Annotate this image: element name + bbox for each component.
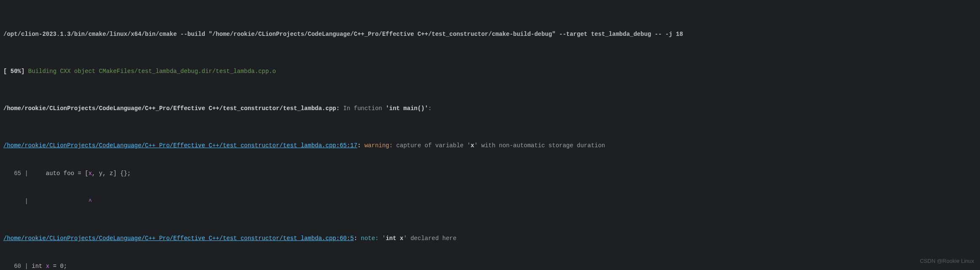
note1-path-link[interactable]: /home/rookie/CLionProjects/CodeLanguage/… [3, 235, 354, 242]
cmake-command-line: /opt/clion-2023.1.3/bin/cmake/linux/x64/… [3, 30, 977, 39]
warning1-path-link[interactable]: /home/rookie/CLionProjects/CodeLanguage/… [3, 142, 357, 149]
warning1-gutter: | [21, 170, 46, 177]
in-function-text: In function [340, 105, 386, 112]
building-text: Building CXX object CMakeFiles/test_lamb… [24, 68, 276, 75]
warning1-text2: ' with non-automatic storage duration [474, 142, 605, 149]
progress-50: [ 50%] [3, 68, 24, 75]
build-console: /opt/clion-2023.1.3/bin/cmake/linux/x64/… [3, 2, 977, 270]
progress-50-line: [ 50%] Building CXX object CMakeFiles/te… [3, 67, 977, 76]
warning1-code2: , y, z] {}; [92, 170, 131, 177]
note1-text1: ' [379, 235, 386, 242]
note1-code-line: 60 | int x = 0; [3, 262, 977, 270]
warning1-lineno: 65 [3, 170, 21, 177]
warning1-text1: capture of variable ' [393, 142, 471, 149]
note1-code2: = 0; [49, 263, 67, 270]
note1-code1: int [32, 263, 46, 270]
warning1-code-var: x [88, 170, 92, 177]
warning1-code1: auto foo = [ [46, 170, 88, 177]
warning1-sep: : [357, 142, 364, 149]
warning1-caret-ln [3, 198, 21, 205]
note-tag: note: [361, 235, 379, 242]
note1-gutter: | [21, 263, 32, 270]
watermark: CSDN @Rookie Linux [920, 256, 974, 266]
warning-tag: warning: [364, 142, 393, 149]
note1-text2: ' declared here [403, 235, 456, 242]
in-function-path: /home/rookie/CLionProjects/CodeLanguage/… [3, 105, 340, 112]
warning1-caret-sep: | [21, 198, 88, 205]
note1-sep: : [354, 235, 361, 242]
caret-icon: ^ [88, 198, 92, 205]
warning1-caret-line: | ^ [3, 197, 977, 206]
in-function-line: /home/rookie/CLionProjects/CodeLanguage/… [3, 104, 977, 113]
note1-line: /home/rookie/CLionProjects/CodeLanguage/… [3, 234, 977, 243]
warning1-line: /home/rookie/CLionProjects/CodeLanguage/… [3, 141, 977, 150]
warning1-code-line: 65 | auto foo = [x, y, z] {}; [3, 169, 977, 178]
in-function-name: 'int main()' [386, 105, 428, 112]
note1-decl: int x [386, 235, 403, 242]
in-function-colon: : [428, 105, 431, 112]
cmake-command: /opt/clion-2023.1.3/bin/cmake/linux/x64/… [3, 31, 683, 38]
note1-code-var: x [46, 263, 49, 270]
note1-lineno: 60 [3, 263, 21, 270]
